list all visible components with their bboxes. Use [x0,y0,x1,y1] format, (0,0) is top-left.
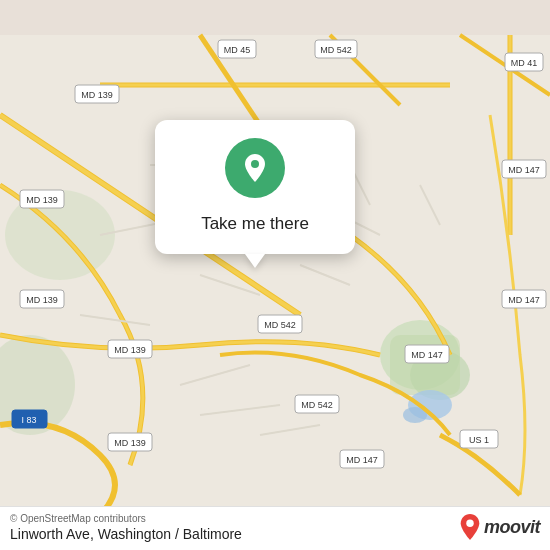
svg-text:MD 147: MD 147 [346,455,378,465]
svg-point-61 [251,160,259,168]
svg-text:MD 147: MD 147 [411,350,443,360]
svg-text:I 83: I 83 [21,415,36,425]
svg-point-62 [466,520,473,527]
svg-text:MD 139: MD 139 [26,195,58,205]
svg-text:MD 147: MD 147 [508,295,540,305]
svg-text:MD 542: MD 542 [264,320,296,330]
pin-icon-background [225,138,285,198]
svg-rect-3 [390,335,460,395]
map-background: MD 542 MD 45 MD 41 MD 139 MD 139 MD 139 … [0,0,550,550]
svg-text:MD 139: MD 139 [114,345,146,355]
take-me-there-button[interactable]: Take me there [193,210,317,238]
svg-text:MD 45: MD 45 [224,45,251,55]
svg-text:MD 542: MD 542 [320,45,352,55]
popup-card: Take me there [155,120,355,254]
moovit-brand-text: moovit [484,517,540,538]
moovit-pin-icon [459,514,481,540]
svg-text:MD 542: MD 542 [301,400,333,410]
svg-text:MD 139: MD 139 [26,295,58,305]
svg-text:MD 139: MD 139 [81,90,113,100]
svg-text:MD 139: MD 139 [114,438,146,448]
moovit-logo: moovit [459,514,540,540]
svg-text:US 1: US 1 [469,435,489,445]
svg-text:MD 41: MD 41 [511,58,538,68]
svg-text:MD 147: MD 147 [508,165,540,175]
map-container: MD 542 MD 45 MD 41 MD 139 MD 139 MD 139 … [0,0,550,550]
location-pin-icon [239,152,271,184]
